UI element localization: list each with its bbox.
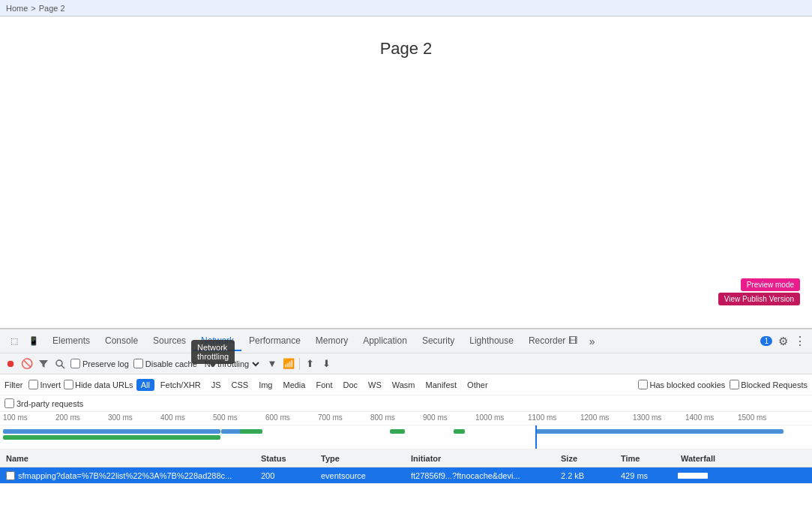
settings-icon[interactable]: ⚙ bbox=[778, 335, 788, 348]
filter-type-font[interactable]: Font bbox=[311, 379, 337, 391]
timeline-tick-1: 200 ms bbox=[55, 413, 80, 422]
page-content: Page 2 bbox=[0, 17, 812, 59]
more-tabs-button[interactable]: » bbox=[586, 332, 598, 350]
filter-type-ws[interactable]: WS bbox=[364, 379, 386, 391]
network-controls-bar: ⏺ 🚫 Preserve log Disable cache No thrott… bbox=[0, 353, 812, 374]
browser-page-area: Home > Page 2 Page 2 Preview mode View P… bbox=[0, 0, 812, 329]
timeline-tick-8: 900 ms bbox=[423, 413, 448, 422]
row-checkbox[interactable] bbox=[6, 471, 15, 480]
timeline-cursor bbox=[535, 425, 537, 449]
th-time[interactable]: Time bbox=[618, 454, 678, 463]
timeline-tick-5: 600 ms bbox=[265, 413, 290, 422]
devtools-device-icon[interactable]: 📱 bbox=[24, 333, 43, 349]
timeline-bars bbox=[0, 425, 812, 449]
cell-size: 2.2 kB bbox=[558, 471, 618, 480]
th-initiator[interactable]: Initiator bbox=[408, 454, 558, 463]
table-row[interactable]: sfmapping?data=%7B%22list%22%3A%7B%228ad… bbox=[0, 467, 812, 484]
filter-type-media[interactable]: Media bbox=[278, 379, 310, 391]
separator bbox=[299, 358, 300, 370]
timeline-scale: 100 ms200 ms300 ms400 ms500 ms600 ms700 … bbox=[0, 412, 812, 425]
devtools-right-icons: 1 ⚙ ⋮ bbox=[760, 334, 806, 348]
timeline-bar-small3 bbox=[390, 429, 405, 434]
timeline-bar-long bbox=[536, 429, 784, 434]
breadcrumb-separator: > bbox=[31, 4, 35, 13]
timeline-tick-6: 700 ms bbox=[318, 413, 343, 422]
devtools-tab-security[interactable]: Security bbox=[415, 332, 462, 351]
filter-type-manifest[interactable]: Manifest bbox=[421, 379, 462, 391]
devtools-tab-memory[interactable]: Memory bbox=[308, 332, 355, 351]
timeline-tick-3: 400 ms bbox=[160, 413, 185, 422]
filter-type-fetch/xhr[interactable]: Fetch/XHR bbox=[156, 379, 205, 391]
blocked-requests-checkbox[interactable]: Blocked Requests bbox=[730, 380, 808, 389]
third-party-checkbox[interactable]: 3rd-party requests bbox=[4, 398, 83, 408]
table-header: NameStatusTypeInitiatorSizeTimeWaterfall bbox=[0, 449, 812, 467]
preserve-log-checkbox[interactable]: Preserve log bbox=[70, 359, 129, 368]
throttle-select[interactable]: No throttling bbox=[202, 359, 262, 369]
devtools-inspect-icon[interactable]: ⬚ bbox=[6, 333, 22, 349]
devtools-tab-lighthouse[interactable]: Lighthouse bbox=[462, 332, 521, 351]
devtools-toolbar: ⬚ 📱 ElementsConsoleSourcesNetworkPerform… bbox=[0, 329, 812, 353]
filter-type-img[interactable]: Img bbox=[254, 379, 277, 391]
th-size[interactable]: Size bbox=[558, 454, 618, 463]
notification-badge: 1 bbox=[760, 336, 772, 346]
timeline-area: 100 ms200 ms300 ms400 ms500 ms600 ms700 … bbox=[0, 412, 812, 449]
cell-time: 429 ms bbox=[618, 471, 678, 480]
svg-point-0 bbox=[56, 360, 62, 366]
cell-waterfall bbox=[678, 470, 809, 481]
upload-icon[interactable]: ⬆ bbox=[304, 358, 316, 370]
search-icon[interactable] bbox=[54, 358, 66, 370]
timeline-tick-4: 500 ms bbox=[213, 413, 238, 422]
cell-type: eventsource bbox=[318, 471, 408, 480]
filter-type-wasm[interactable]: Wasm bbox=[388, 379, 420, 391]
filter-icon[interactable] bbox=[37, 358, 49, 370]
hide-data-urls-checkbox[interactable]: Hide data URLs bbox=[64, 380, 133, 389]
cell-initiator: ft27856f9...?ftnocache&devi... bbox=[408, 471, 558, 480]
breadcrumb-page2: Page 2 bbox=[39, 4, 65, 13]
filter-type-css[interactable]: CSS bbox=[227, 379, 253, 391]
filter-type-other[interactable]: Other bbox=[463, 379, 493, 391]
devtools-tab-performance[interactable]: Performance bbox=[241, 332, 308, 351]
throttle-arrow[interactable]: ▼ bbox=[266, 358, 278, 370]
third-party-row: 3rd-party requests bbox=[0, 395, 812, 412]
timeline-tick-13: 1400 ms bbox=[685, 413, 714, 422]
timeline-tick-14: 1500 ms bbox=[738, 413, 766, 422]
timeline-tick-7: 800 ms bbox=[370, 413, 395, 422]
devtools-tab-elements[interactable]: Elements bbox=[45, 332, 97, 351]
devtools-tab-network[interactable]: Network bbox=[193, 332, 241, 351]
invert-checkbox[interactable]: Invert bbox=[28, 380, 61, 389]
wifi-icon[interactable]: 📶 bbox=[283, 358, 295, 369]
cell-status: 200 bbox=[258, 471, 318, 480]
table-body[interactable]: sfmapping?data=%7B%22list%22%3A%7B%228ad… bbox=[0, 467, 812, 529]
th-status[interactable]: Status bbox=[258, 454, 318, 463]
devtools-tab-application[interactable]: Application bbox=[355, 332, 415, 351]
table-container: NameStatusTypeInitiatorSizeTimeWaterfall… bbox=[0, 449, 812, 529]
svg-line-1 bbox=[61, 365, 64, 368]
timeline-tick-10: 1100 ms bbox=[528, 413, 556, 422]
timeline-tick-9: 1000 ms bbox=[475, 413, 504, 422]
view-publish-button[interactable]: View Publish Version bbox=[718, 293, 800, 305]
breadcrumb-home[interactable]: Home bbox=[6, 4, 28, 13]
preview-mode-button[interactable]: Preview mode bbox=[741, 278, 800, 291]
filter-type-js[interactable]: JS bbox=[207, 379, 226, 391]
filter-type-doc[interactable]: Doc bbox=[338, 379, 362, 391]
dots-icon[interactable]: ⋮ bbox=[794, 334, 806, 348]
stop-recording-button[interactable]: ⏺ bbox=[4, 358, 16, 370]
timeline-tick-11: 1200 ms bbox=[580, 413, 609, 422]
timeline-tick-2: 300 ms bbox=[108, 413, 133, 422]
clear-button[interactable]: 🚫 bbox=[21, 358, 33, 370]
preview-buttons: Preview mode View Publish Version bbox=[718, 278, 800, 305]
th-waterfall[interactable]: Waterfall bbox=[678, 454, 809, 463]
timeline-tick-0: 100 ms bbox=[3, 413, 28, 422]
download-icon[interactable]: ⬇ bbox=[321, 358, 333, 370]
th-name[interactable]: Name bbox=[3, 454, 258, 463]
th-type[interactable]: Type bbox=[318, 454, 408, 463]
devtools-tab-console[interactable]: Console bbox=[97, 332, 145, 351]
has-blocked-cookies-checkbox[interactable]: Has blocked cookies bbox=[638, 380, 725, 389]
filter-type-buttons: AllFetch/XHRJSCSSImgMediaFontDocWSWasmMa… bbox=[136, 379, 493, 391]
disable-cache-checkbox[interactable]: Disable cache bbox=[133, 359, 197, 368]
filter-type-all[interactable]: All bbox=[136, 379, 154, 391]
timeline-bar-green bbox=[3, 435, 220, 440]
devtools-tab-recorder[interactable]: Recorder 🎞 bbox=[521, 332, 585, 351]
devtools-tab-sources[interactable]: Sources bbox=[145, 332, 193, 351]
timeline-tick-12: 1300 ms bbox=[633, 413, 661, 422]
